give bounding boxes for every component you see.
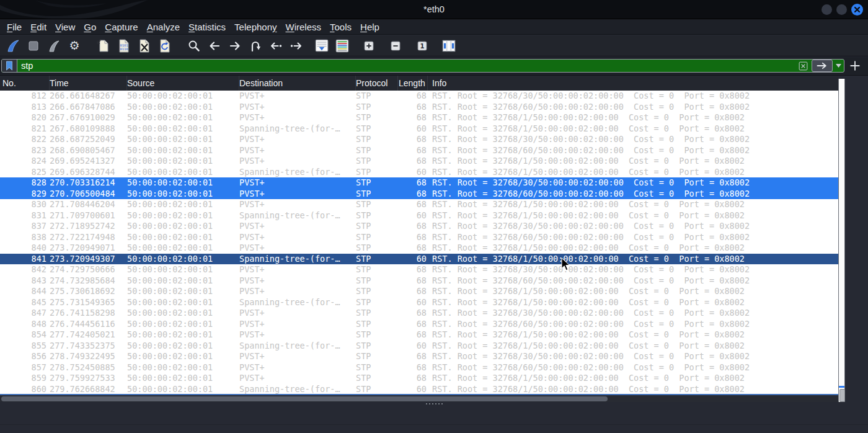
previous-packet-button[interactable]	[267, 37, 285, 55]
table-row[interactable]: 841273.72094930750:00:00:02:00:01Spannin…	[0, 254, 838, 265]
table-row[interactable]: 829270.70650048450:00:00:02:00:01PVST+ST…	[0, 189, 838, 200]
go-back-button[interactable]	[205, 37, 223, 55]
zoom-out-button[interactable]	[386, 37, 404, 55]
table-row[interactable]: 856278.74932249550:00:00:02:00:01PVST+ST…	[0, 351, 838, 362]
table-row[interactable]: 822268.68725204950:00:00:02:00:01PVST+ST…	[0, 134, 838, 145]
menu-item-analyze[interactable]: Analyze	[143, 19, 184, 35]
open-file-button[interactable]	[94, 37, 112, 55]
table-row[interactable]: 831271.70970060150:00:00:02:00:01Spannin…	[0, 210, 838, 221]
colorize-packets-button[interactable]	[333, 37, 351, 55]
menu-item-wireless[interactable]: Wireless	[281, 19, 326, 35]
table-row[interactable]: 840273.72094907150:00:00:02:00:01PVST+ST…	[0, 243, 838, 254]
table-row[interactable]: 847276.74115829850:00:00:02:00:01PVST+ST…	[0, 308, 838, 319]
plus-icon	[849, 60, 861, 71]
column-header-protocol[interactable]: Protocol	[356, 76, 398, 91]
filter-value: stp	[17, 61, 795, 71]
table-row[interactable]: 830271.70844620450:00:00:02:00:01PVST+ST…	[0, 199, 838, 210]
column-header-length[interactable]: Length	[398, 76, 428, 91]
go-forward-button[interactable]	[226, 37, 244, 55]
table-row[interactable]: 843274.73298568450:00:00:02:00:01PVST+ST…	[0, 275, 838, 287]
menu-item-view[interactable]: View	[51, 19, 79, 35]
table-row[interactable]: 860279.76266884250:00:00:02:00:01Spannin…	[0, 384, 838, 395]
add-filter-button[interactable]	[848, 59, 862, 73]
cell-no: 860	[0, 384, 50, 395]
column-header-info[interactable]: Info	[428, 76, 838, 91]
menu-item-capture[interactable]: Capture	[100, 19, 142, 35]
cell-time: 275.731549365	[50, 297, 127, 308]
cell-info: RST. Root = 32768/30/50:00:00:02:00:00 C…	[428, 351, 838, 362]
table-row[interactable]: 848276.74445611650:00:00:02:00:01PVST+ST…	[0, 319, 838, 330]
cell-no: 847	[0, 308, 50, 319]
menu-item-help[interactable]: Help	[356, 19, 384, 35]
cell-destination: PVST+	[239, 319, 356, 330]
table-row[interactable]: 828270.70331621450:00:00:02:00:01PVST+ST…	[0, 177, 838, 189]
table-row[interactable]: 855277.74335237550:00:00:02:00:01Spannin…	[0, 341, 838, 352]
next-packet-button[interactable]	[287, 37, 305, 55]
menu-item-telephony[interactable]: Telephony	[230, 19, 281, 35]
cell-info: RST. Root = 32768/1/50:00:00:02:00:00 Co…	[428, 112, 838, 123]
horizontal-scrollbar-thumb[interactable]	[1, 396, 608, 401]
reload-file-button[interactable]	[156, 37, 174, 55]
vertical-scrollbar[interactable]	[838, 79, 845, 402]
capture-options-button[interactable]: ⚙	[65, 37, 83, 55]
table-row[interactable]: 842274.72975066650:00:00:02:00:01PVST+ST…	[0, 264, 838, 275]
packet-details-pane	[0, 405, 868, 433]
cell-source: 50:00:00:02:00:01	[127, 384, 239, 395]
close-icon	[854, 6, 861, 13]
save-file-button[interactable]: 01010110	[115, 37, 133, 55]
cell-no: 843	[0, 275, 50, 287]
auto-scroll-button[interactable]	[312, 37, 330, 55]
display-filter-input[interactable]: stp	[1, 59, 844, 73]
cell-time: 271.708446204	[50, 199, 127, 210]
cell-destination: PVST+	[239, 199, 356, 210]
vertical-scrollbar-thumb[interactable]	[839, 389, 845, 402]
start-capture-button[interactable]	[4, 37, 22, 55]
table-row[interactable]: 857278.75245088550:00:00:02:00:01PVST+ST…	[0, 362, 838, 373]
horizontal-scrollbar[interactable]	[0, 395, 838, 402]
table-row[interactable]: 824269.69524132750:00:00:02:00:01PVST+ST…	[0, 156, 838, 167]
table-row[interactable]: 813266.66784708650:00:00:02:00:01PVST+ST…	[0, 102, 838, 113]
save-file-icon: 01010110	[117, 38, 131, 53]
cell-destination: Spanning-tree-(for-…	[239, 297, 356, 308]
table-row[interactable]: 837272.71895274250:00:00:02:00:01PVST+ST…	[0, 221, 838, 232]
table-row[interactable]: 821267.68010988850:00:00:02:00:01Spannin…	[0, 123, 838, 135]
column-header-time[interactable]: Time	[50, 76, 127, 91]
stop-capture-button[interactable]	[24, 37, 42, 55]
minimize-button[interactable]	[822, 4, 832, 15]
cell-destination: PVST+	[239, 145, 356, 156]
table-row[interactable]: 820267.67691002950:00:00:02:00:01PVST+ST…	[0, 112, 838, 123]
table-row[interactable]: 854277.74240502150:00:00:02:00:01PVST+ST…	[0, 329, 838, 341]
table-row[interactable]: 838272.72217494850:00:00:02:00:01PVST+ST…	[0, 232, 838, 243]
filter-apply-button[interactable]	[812, 60, 833, 72]
table-row[interactable]: 845275.73154936550:00:00:02:00:01Spannin…	[0, 297, 838, 308]
cell-time: 267.680109888	[50, 123, 127, 135]
column-header-no[interactable]: No.	[0, 76, 50, 91]
menu-item-edit[interactable]: Edit	[26, 19, 51, 35]
zoom-in-button[interactable]	[360, 37, 378, 55]
close-button[interactable]	[851, 4, 863, 16]
cell-source: 50:00:00:02:00:01	[127, 373, 239, 384]
close-file-button[interactable]	[135, 37, 153, 55]
column-header-destination[interactable]: Destination	[239, 76, 356, 91]
normal-size-button[interactable]: 1	[413, 37, 431, 55]
restart-capture-button[interactable]	[45, 37, 63, 55]
column-header-source[interactable]: Source	[127, 76, 239, 91]
cell-info: RST. Root = 32768/1/50:00:00:02:00:00 Co…	[428, 156, 838, 167]
maximize-button[interactable]	[836, 4, 847, 15]
filter-clear-button[interactable]	[795, 60, 810, 72]
go-to-packet-button[interactable]	[246, 37, 264, 55]
table-row[interactable]: 844275.73061869250:00:00:02:00:01PVST+ST…	[0, 286, 838, 297]
resize-columns-button[interactable]	[440, 37, 458, 55]
filter-bookmark-button[interactable]	[2, 60, 17, 72]
menu-item-statistics[interactable]: Statistics	[184, 19, 230, 35]
table-row[interactable]: 825269.69632874450:00:00:02:00:01Spannin…	[0, 167, 838, 178]
table-row[interactable]: 823268.69080546750:00:00:02:00:01PVST+ST…	[0, 145, 838, 156]
table-row[interactable]: 812266.66164826750:00:00:02:00:01PVST+ST…	[0, 91, 838, 102]
find-packet-button[interactable]	[185, 37, 203, 55]
table-row[interactable]: 859279.75992753350:00:00:02:00:01PVST+ST…	[0, 373, 838, 384]
menu-item-go[interactable]: Go	[79, 19, 100, 35]
cell-info: RST. Root = 32768/1/50:00:00:02:00:00 Co…	[428, 384, 838, 395]
filter-dropdown-button[interactable]	[834, 60, 843, 72]
menu-item-file[interactable]: File	[2, 19, 26, 35]
menu-item-tools[interactable]: Tools	[326, 19, 356, 35]
